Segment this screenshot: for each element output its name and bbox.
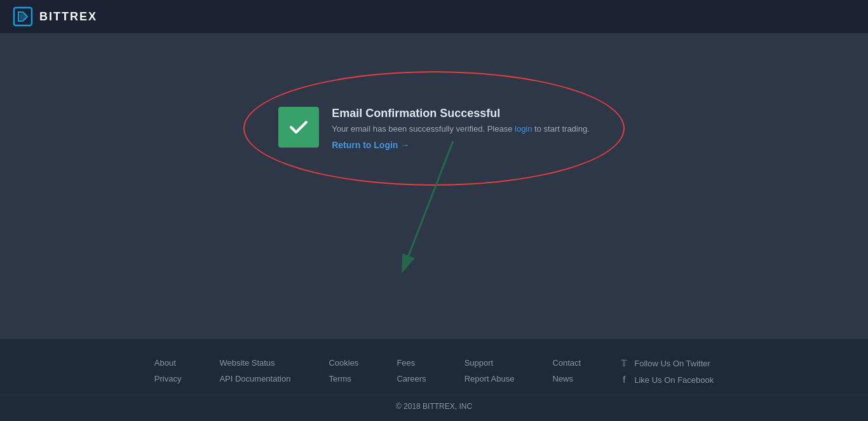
facebook-icon: f xyxy=(619,375,629,385)
footer-column-cookies: Cookies Terms xyxy=(329,358,358,385)
footer-column-contact: Contact News xyxy=(552,358,581,385)
footer-link-report-abuse[interactable]: Report Abuse xyxy=(465,374,515,383)
facebook-link[interactable]: f Like Us On Facebook xyxy=(619,375,714,385)
footer-column-fees: Fees Careers xyxy=(397,358,426,385)
footer-link-contact[interactable]: Contact xyxy=(552,358,581,368)
login-link[interactable]: login xyxy=(515,124,532,134)
footer-link-news[interactable]: News xyxy=(552,374,581,383)
confirmation-text: Email Confirmation Successful Your email… xyxy=(332,107,590,150)
footer: About Privacy Website Status API Documen… xyxy=(0,339,868,421)
twitter-link[interactable]: 𝕋 Follow Us On Twitter xyxy=(619,358,714,368)
bittrex-logo-icon xyxy=(13,6,33,27)
footer-link-about[interactable]: About xyxy=(154,358,182,368)
navbar: BITTREX xyxy=(0,0,868,33)
footer-link-api-docs[interactable]: API Documentation xyxy=(219,374,290,383)
logo[interactable]: BITTREX xyxy=(13,6,97,27)
confirmation-title: Email Confirmation Successful xyxy=(332,107,590,120)
svg-rect-2 xyxy=(20,13,26,20)
footer-link-website-status[interactable]: Website Status xyxy=(219,358,290,368)
footer-link-fees[interactable]: Fees xyxy=(397,358,426,368)
success-icon xyxy=(278,107,319,148)
footer-column-support: Support Report Abuse xyxy=(465,358,515,385)
footer-column-about: About Privacy xyxy=(154,358,182,385)
footer-column-website: Website Status API Documentation xyxy=(219,358,290,385)
twitter-icon: 𝕋 xyxy=(619,358,629,368)
checkmark-icon xyxy=(287,116,310,139)
footer-links: About Privacy Website Status API Documen… xyxy=(0,358,868,385)
footer-link-privacy[interactable]: Privacy xyxy=(154,374,182,383)
footer-link-terms[interactable]: Terms xyxy=(329,374,358,383)
footer-link-cookies[interactable]: Cookies xyxy=(329,358,358,368)
footer-link-careers[interactable]: Careers xyxy=(397,374,426,383)
return-to-login-link[interactable]: Return to Login → xyxy=(332,140,590,150)
logo-text: BITTREX xyxy=(39,10,97,24)
footer-link-support[interactable]: Support xyxy=(465,358,515,368)
confirmation-subtitle: Your email has been successfully verifie… xyxy=(332,124,590,134)
footer-social: 𝕋 Follow Us On Twitter f Like Us On Face… xyxy=(619,358,714,385)
main-content: Email Confirmation Successful Your email… xyxy=(0,33,868,339)
confirmation-box: Email Confirmation Successful Your email… xyxy=(253,94,615,163)
footer-copyright: © 2018 BITTREX, INC xyxy=(0,395,868,411)
